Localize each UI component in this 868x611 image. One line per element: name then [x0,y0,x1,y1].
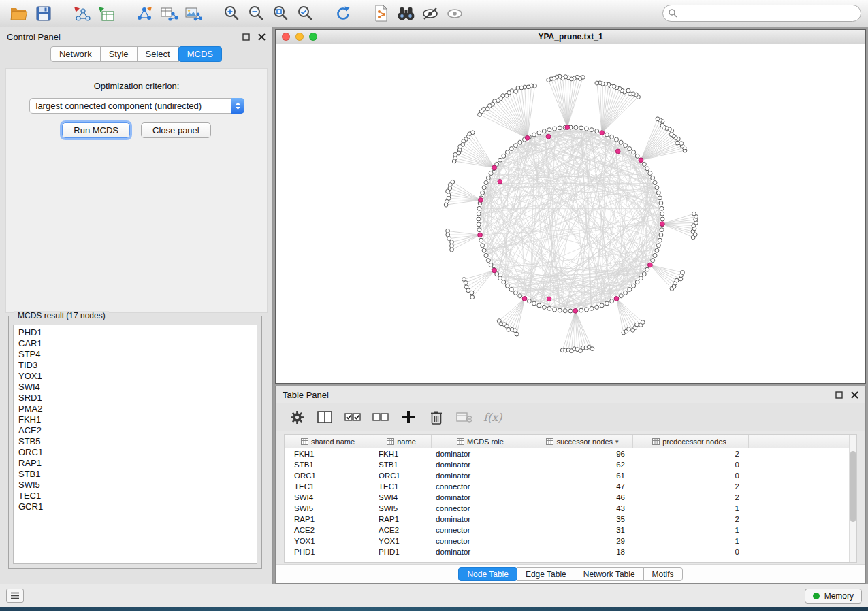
table-row[interactable]: RAP1 RAP1 dominator 35 2 [285,514,856,525]
column-header[interactable]: name [374,435,432,448]
tab-mcds[interactable]: MCDS [178,46,222,62]
cell-predecessor-nodes: 2 [633,493,749,501]
export-table-button[interactable] [157,3,181,24]
gear-icon [290,410,304,425]
search-network-button[interactable] [393,3,418,24]
zoom-out-button[interactable] [244,3,268,24]
memory-button[interactable]: Memory [805,589,862,604]
maximize-window-icon[interactable] [309,33,317,41]
hide-columns-icon [456,411,472,423]
mcds-result-item[interactable]: CAR1 [18,338,252,349]
cell-name: SWI5 [374,504,432,512]
mcds-result-item[interactable]: PMA2 [18,403,252,414]
function-builder-button[interactable]: f(x) [483,408,502,426]
cell-predecessor-nodes: 1 [633,537,749,545]
desktop-background [0,607,868,611]
minimize-window-icon[interactable] [295,33,304,41]
import-table-button[interactable] [94,3,118,24]
table-scrollbar-thumb[interactable] [850,451,856,522]
mcds-result-item[interactable]: TID3 [18,360,252,371]
zoom-in-button[interactable] [219,3,244,24]
table-settings-button[interactable] [288,408,306,426]
tab-style[interactable]: Style [100,46,138,62]
export-image-button[interactable] [181,3,206,24]
column-header[interactable]: predecessor nodes [633,435,749,448]
cell-shared-name: RAP1 [285,515,374,523]
tab-network[interactable]: Network [50,46,101,62]
table-row[interactable]: STB1 STB1 dominator 62 0 [285,459,856,470]
tab-select[interactable]: Select [137,46,179,62]
unselect-all-button[interactable] [372,408,389,426]
sort-indicator: ▾ [615,438,619,445]
close-table-panel-icon[interactable] [851,391,858,399]
optimization-criterion-select[interactable]: largest connected component (undirected) [29,98,244,114]
hidden-columns-button[interactable] [455,408,473,426]
copy-style-button[interactable] [369,3,393,24]
cell-predecessor-nodes: 0 [633,472,749,480]
mcds-result-item[interactable]: YOX1 [18,371,252,382]
mcds-result-item[interactable]: PHD1 [18,327,252,338]
table-row[interactable]: PHD1 PHD1 dominator 18 0 [285,546,856,557]
close-window-icon[interactable] [282,33,290,41]
mcds-result-item[interactable]: STP4 [18,349,252,360]
search-input[interactable] [662,5,861,22]
column-header[interactable]: successor nodes ▾ [532,435,633,448]
status-menu-button[interactable] [6,589,24,603]
tab-network-table[interactable]: Network Table [575,567,644,581]
mcds-result-item[interactable]: STB5 [18,436,252,447]
import-network-button[interactable] [69,3,94,24]
mcds-result-item[interactable]: SWI4 [18,382,252,393]
mcds-result-item[interactable]: RAP1 [18,458,252,469]
run-mcds-button[interactable]: Run MCDS [62,122,130,138]
table-row[interactable]: SWI5 SWI5 connector 43 1 [285,503,856,514]
mcds-result-item[interactable]: SRD1 [18,393,252,403]
mcds-result-item[interactable]: ACE2 [18,425,252,436]
add-column-button[interactable] [400,408,417,426]
tab-edge-table[interactable]: Edge Table [517,567,575,581]
hide-selected-button[interactable] [418,3,443,24]
close-panel-icon[interactable] [258,33,266,41]
show-columns-button[interactable] [316,408,334,426]
network-graph[interactable] [276,44,865,382]
network-canvas[interactable] [276,44,865,382]
table-row[interactable]: YOX1 YOX1 connector 29 1 [285,535,856,546]
tab-motifs[interactable]: Motifs [643,567,683,581]
zoom-fit-button[interactable] [268,3,293,24]
tab-node-table[interactable]: Node Table [458,567,517,581]
delete-column-button[interactable] [428,408,445,426]
export-network-button[interactable] [132,3,157,24]
mcds-result-item[interactable]: STB1 [18,469,252,480]
cell-successor-nodes: 29 [532,537,633,545]
open-session-button[interactable] [7,3,31,24]
show-all-button[interactable] [443,3,467,24]
table-row[interactable]: FKH1 FKH1 dominator 96 2 [285,448,856,459]
mcds-result-item[interactable]: SWI5 [18,480,252,491]
cell-successor-nodes: 43 [532,504,633,512]
network-window-titlebar[interactable]: YPA_prune.txt_1 [276,30,865,44]
close-panel-button[interactable]: Close panel [141,122,211,138]
mcds-result-item[interactable]: ORC1 [18,447,252,458]
mcds-result-title: MCDS result (17 nodes) [14,311,109,320]
float-table-panel-icon[interactable] [835,391,843,399]
column-header[interactable]: shared name [285,435,374,448]
save-session-button[interactable] [31,3,56,24]
select-all-button[interactable] [344,408,361,426]
mcds-result-item[interactable]: FKH1 [18,414,252,425]
mcds-result-item[interactable]: TEC1 [18,491,252,501]
table-row[interactable]: ACE2 ACE2 connector 31 1 [285,525,856,535]
mcds-result-item[interactable]: GCR1 [18,501,252,512]
float-panel-icon[interactable] [242,33,250,41]
cell-shared-name: FKH1 [285,450,374,458]
table-row[interactable]: TEC1 TEC1 connector 47 2 [285,481,856,492]
zoom-selected-button[interactable] [293,3,317,24]
table-row[interactable]: SWI4 SWI4 dominator 46 2 [285,492,856,503]
cell-successor-nodes: 18 [532,548,633,556]
refresh-view-button[interactable] [331,3,355,24]
table-row[interactable]: ORC1 ORC1 dominator 61 0 [285,470,856,481]
status-bar: Memory [0,584,868,607]
table-scrollbar[interactable] [849,435,856,562]
column-header[interactable]: MCDS role [432,435,532,448]
cell-shared-name: SWI4 [285,493,374,501]
table-body: FKH1 FKH1 dominator 96 2 STB1 STB1 domin… [285,448,856,557]
mcds-result-list[interactable]: PHD1CAR1STP4TID3YOX1SWI4SRD1PMA2FKH1ACE2… [13,325,257,564]
